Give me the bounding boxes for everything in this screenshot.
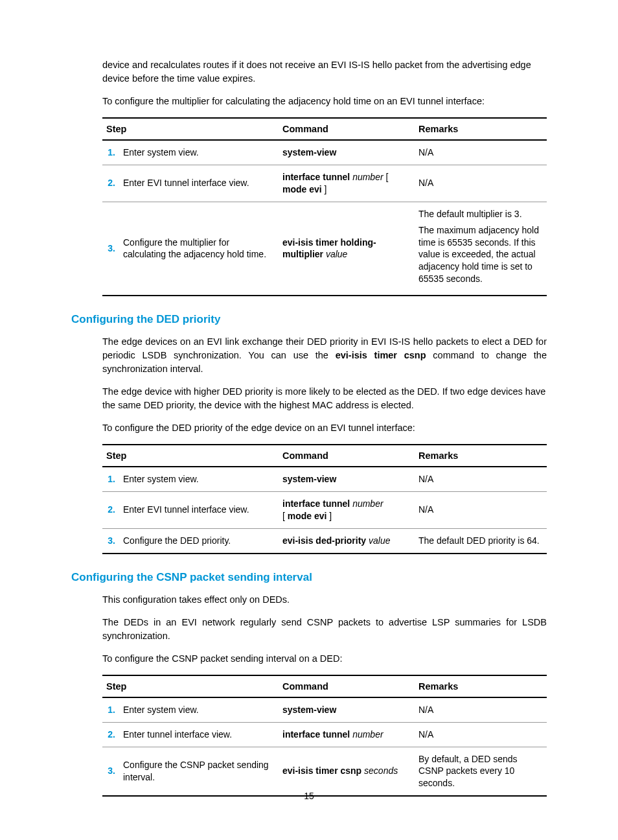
- table-header-row: Step Command Remarks: [102, 675, 547, 697]
- cmd-bold: interface tunnel: [282, 498, 350, 509]
- step-command: system-view: [279, 697, 415, 722]
- th-remarks: Remarks: [415, 675, 547, 697]
- cmd-italic: number: [350, 172, 385, 182]
- step-command: evi-isis timer holding-multiplier value: [279, 202, 415, 296]
- step-desc: Enter system view.: [119, 140, 279, 165]
- step-desc: Enter tunnel interface view.: [119, 722, 279, 747]
- cmd-bold: mode evi: [282, 184, 322, 194]
- step-desc: Enter EVI tunnel interface view.: [119, 492, 279, 529]
- cmd-bold: system-view: [282, 705, 336, 715]
- step-number: 3.: [102, 202, 119, 296]
- ded-p3: To configure the DED priority of the edg…: [102, 421, 547, 435]
- th-step: Step: [102, 675, 279, 697]
- table-header-row: Step Command Remarks: [102, 445, 547, 467]
- step-command: evi-isis ded-priority value: [279, 528, 415, 553]
- cmd-text: [: [282, 511, 288, 521]
- step-number: 2.: [102, 165, 119, 202]
- step-remarks: N/A: [415, 722, 547, 747]
- step-command: system-view: [279, 140, 415, 165]
- cmd-text: ]: [322, 184, 327, 194]
- step-number: 1.: [102, 467, 119, 491]
- cmd-italic: number: [350, 498, 383, 509]
- p-bold: evi-isis timer csnp: [336, 350, 426, 360]
- intro-p1: device and recalculates routes if it doe…: [102, 58, 547, 86]
- step-number: 2.: [102, 722, 119, 747]
- step-command: system-view: [279, 467, 415, 491]
- cmd-bold: interface tunnel: [282, 729, 350, 740]
- intro-block: device and recalculates routes if it doe…: [102, 58, 547, 296]
- table-csnp: Step Command Remarks 1. Enter system vie…: [102, 675, 547, 797]
- step-desc: Enter system view.: [119, 697, 279, 722]
- cmd-italic: number: [350, 729, 383, 740]
- step-desc: Enter EVI tunnel interface view.: [119, 165, 279, 202]
- step-command: evi-isis timer csnp seconds: [279, 747, 415, 796]
- step-remarks: N/A: [415, 140, 547, 165]
- table-row: 3. Configure the CSNP packet sending int…: [102, 747, 547, 796]
- ded-p1: The edge devices on an EVI link exchange…: [102, 335, 547, 376]
- page: device and recalculates routes if it doe…: [0, 0, 618, 834]
- table-row: 1. Enter system view. system-view N/A: [102, 140, 547, 165]
- th-remarks: Remarks: [415, 118, 547, 140]
- heading-ded-priority: Configuring the DED priority: [71, 313, 547, 326]
- csnp-p3: To configure the CSNP packet sending int…: [102, 652, 547, 666]
- cmd-bold: system-view: [282, 474, 336, 484]
- step-remarks: N/A: [415, 165, 547, 202]
- th-command: Command: [279, 675, 415, 697]
- cmd-bold: evi-isis ded-priority: [282, 535, 366, 546]
- table-row: 3. Configure the DED priority. evi-isis …: [102, 528, 547, 553]
- cmd-bold: evi-isis timer csnp: [282, 765, 361, 776]
- table-row: 1. Enter system view. system-view N/A: [102, 697, 547, 722]
- step-desc: Configure the multiplier for calculating…: [119, 202, 279, 296]
- table-row: 2. Enter tunnel interface view. interfac…: [102, 722, 547, 747]
- table-row: 2. Enter EVI tunnel interface view. inte…: [102, 165, 547, 202]
- step-number: 3.: [102, 747, 119, 796]
- step-remarks: The default DED priority is 64.: [415, 528, 547, 553]
- step-command: interface tunnel number: [279, 722, 415, 747]
- csnp-block: This configuration takes effect only on …: [102, 593, 547, 797]
- ded-block: The edge devices on an EVI link exchange…: [102, 335, 547, 554]
- remarks-line: The maximum adjacency hold time is 65535…: [418, 224, 543, 285]
- cmd-italic: value: [323, 249, 347, 259]
- csnp-p2: The DEDs in an EVI network regularly sen…: [102, 616, 547, 643]
- csnp-p1: This configuration takes effect only on …: [102, 593, 547, 607]
- step-remarks: N/A: [415, 467, 547, 491]
- table-row: 1. Enter system view. system-view N/A: [102, 467, 547, 491]
- table-header-row: Step Command Remarks: [102, 118, 547, 140]
- th-command: Command: [279, 445, 415, 467]
- heading-csnp-interval: Configuring the CSNP packet sending inte…: [71, 571, 547, 584]
- ded-p2: The edge device with higher DED priority…: [102, 385, 547, 412]
- cmd-bold: interface tunnel: [282, 172, 350, 182]
- table-ded: Step Command Remarks 1. Enter system vie…: [102, 444, 547, 554]
- table-multiplier: Step Command Remarks 1. Enter system vie…: [102, 117, 547, 296]
- page-number: 15: [0, 791, 618, 801]
- step-remarks: The default multiplier is 3. The maximum…: [415, 202, 547, 296]
- step-number: 1.: [102, 697, 119, 722]
- th-step: Step: [102, 445, 279, 467]
- cmd-italic: seconds: [361, 765, 398, 776]
- th-remarks: Remarks: [415, 445, 547, 467]
- table-row: 3. Configure the multiplier for calculat…: [102, 202, 547, 296]
- step-number: 3.: [102, 528, 119, 553]
- step-command: interface tunnel number [ mode evi ]: [279, 165, 415, 202]
- step-remarks: N/A: [415, 492, 547, 529]
- table-row: 2. Enter EVI tunnel interface view. inte…: [102, 492, 547, 529]
- step-remarks: By default, a DED sends CSNP packets eve…: [415, 747, 547, 796]
- step-remarks: N/A: [415, 697, 547, 722]
- step-number: 2.: [102, 492, 119, 529]
- step-command: interface tunnel number [ mode evi ]: [279, 492, 415, 529]
- cmd-italic: value: [366, 535, 390, 546]
- th-step: Step: [102, 118, 279, 140]
- step-desc: Configure the DED priority.: [119, 528, 279, 553]
- remarks-line: The default multiplier is 3.: [418, 208, 543, 220]
- intro-p2: To configure the multiplier for calculat…: [102, 95, 547, 108]
- cmd-bold: mode evi: [288, 511, 327, 521]
- step-number: 1.: [102, 140, 119, 165]
- cmd-text: [: [386, 172, 389, 182]
- step-desc: Enter system view.: [119, 467, 279, 491]
- step-desc: Configure the CSNP packet sending interv…: [119, 747, 279, 796]
- cmd-bold: system-view: [282, 147, 336, 158]
- cmd-text: ]: [326, 511, 332, 521]
- th-command: Command: [279, 118, 415, 140]
